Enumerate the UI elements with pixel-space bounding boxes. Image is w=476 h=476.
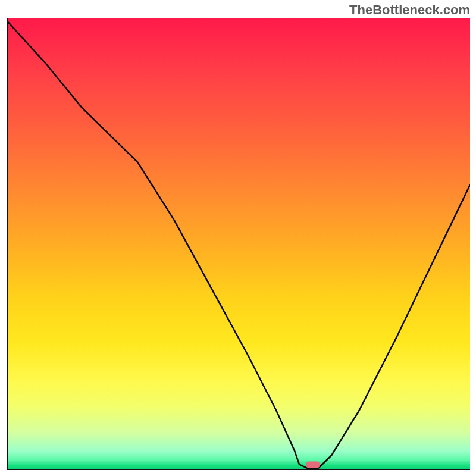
optimal-point-marker [306,462,320,468]
plot-area [7,18,470,470]
watermark-label: TheBottleneck.com [349,2,470,18]
bottleneck-chart: TheBottleneck.com [0,0,476,476]
bottleneck-curve [8,18,470,469]
